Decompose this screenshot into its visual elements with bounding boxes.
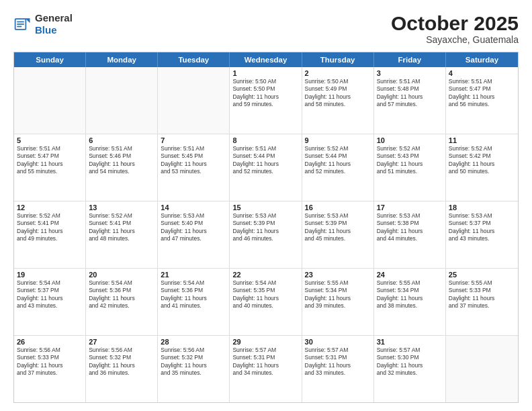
- day-number: 24: [377, 271, 443, 279]
- svg-rect-4: [17, 24, 24, 25]
- calendar-cell: [158, 67, 230, 134]
- weekday-header: Friday: [374, 52, 446, 67]
- cell-info: Sunrise: 5:51 AM Sunset: 5:44 PM Dayligh…: [232, 145, 298, 176]
- calendar-cell: 7Sunrise: 5:51 AM Sunset: 5:45 PM Daylig…: [158, 134, 230, 201]
- calendar-cell: 4Sunrise: 5:51 AM Sunset: 5:47 PM Daylig…: [446, 67, 518, 134]
- cell-info: Sunrise: 5:52 AM Sunset: 5:44 PM Dayligh…: [305, 145, 371, 176]
- calendar-row: 1Sunrise: 5:50 AM Sunset: 5:50 PM Daylig…: [14, 67, 518, 134]
- cell-info: Sunrise: 5:50 AM Sunset: 5:49 PM Dayligh…: [305, 78, 371, 109]
- calendar-cell: 12Sunrise: 5:52 AM Sunset: 5:41 PM Dayli…: [14, 201, 86, 268]
- calendar-cell: 15Sunrise: 5:53 AM Sunset: 5:39 PM Dayli…: [230, 201, 302, 268]
- cell-info: Sunrise: 5:57 AM Sunset: 5:31 PM Dayligh…: [232, 347, 298, 377]
- weekday-header: Thursday: [302, 52, 374, 67]
- calendar-cell: 29Sunrise: 5:57 AM Sunset: 5:31 PM Dayli…: [230, 336, 302, 402]
- cell-info: Sunrise: 5:55 AM Sunset: 5:34 PM Dayligh…: [377, 279, 443, 310]
- day-number: 9: [305, 136, 371, 144]
- day-number: 4: [449, 69, 515, 77]
- cell-info: Sunrise: 5:53 AM Sunset: 5:37 PM Dayligh…: [449, 212, 515, 243]
- cell-info: Sunrise: 5:54 AM Sunset: 5:36 PM Dayligh…: [89, 279, 154, 310]
- cell-info: Sunrise: 5:54 AM Sunset: 5:36 PM Dayligh…: [161, 279, 226, 310]
- calendar-cell: 21Sunrise: 5:54 AM Sunset: 5:36 PM Dayli…: [158, 269, 230, 335]
- cell-info: Sunrise: 5:53 AM Sunset: 5:38 PM Dayligh…: [377, 212, 443, 243]
- day-number: 8: [232, 136, 298, 144]
- svg-rect-5: [17, 26, 21, 28]
- logo-text: General Blue: [35, 12, 73, 36]
- calendar-cell: 2Sunrise: 5:50 AM Sunset: 5:49 PM Daylig…: [302, 67, 374, 134]
- calendar-cell: 17Sunrise: 5:53 AM Sunset: 5:38 PM Dayli…: [374, 201, 446, 268]
- weekday-header: Sunday: [14, 52, 86, 67]
- cell-info: Sunrise: 5:54 AM Sunset: 5:35 PM Dayligh…: [232, 279, 298, 310]
- day-number: 13: [89, 203, 154, 212]
- day-number: 23: [305, 271, 371, 279]
- cell-info: Sunrise: 5:52 AM Sunset: 5:42 PM Dayligh…: [449, 145, 515, 176]
- title-block: October 2025 Sayaxche, Guatemala: [391, 12, 519, 45]
- calendar-cell: 20Sunrise: 5:54 AM Sunset: 5:36 PM Dayli…: [86, 269, 158, 335]
- header: General Blue October 2025 Sayaxche, Guat…: [13, 12, 519, 45]
- day-number: 3: [377, 69, 443, 77]
- day-number: 18: [449, 203, 515, 212]
- day-number: 7: [161, 136, 226, 144]
- day-number: 16: [305, 203, 371, 212]
- cell-info: Sunrise: 5:53 AM Sunset: 5:39 PM Dayligh…: [305, 212, 371, 243]
- calendar-cell: 5Sunrise: 5:51 AM Sunset: 5:47 PM Daylig…: [14, 134, 86, 201]
- day-number: 12: [17, 203, 83, 212]
- cell-info: Sunrise: 5:51 AM Sunset: 5:46 PM Dayligh…: [89, 145, 154, 176]
- cell-info: Sunrise: 5:52 AM Sunset: 5:41 PM Dayligh…: [17, 212, 83, 243]
- calendar-cell: 25Sunrise: 5:55 AM Sunset: 5:33 PM Dayli…: [446, 269, 518, 335]
- cell-info: Sunrise: 5:55 AM Sunset: 5:34 PM Dayligh…: [305, 279, 371, 310]
- location: Sayaxche, Guatemala: [391, 34, 519, 45]
- day-number: 20: [89, 271, 154, 279]
- calendar-cell: 11Sunrise: 5:52 AM Sunset: 5:42 PM Dayli…: [446, 134, 518, 201]
- calendar-cell: [446, 336, 518, 402]
- calendar-cell: 28Sunrise: 5:56 AM Sunset: 5:32 PM Dayli…: [158, 336, 230, 402]
- cell-info: Sunrise: 5:56 AM Sunset: 5:32 PM Dayligh…: [161, 347, 226, 377]
- cell-info: Sunrise: 5:51 AM Sunset: 5:48 PM Dayligh…: [377, 78, 443, 109]
- logo: General Blue: [13, 12, 73, 36]
- calendar-page: General Blue October 2025 Sayaxche, Guat…: [0, 0, 532, 411]
- month-title: October 2025: [391, 12, 519, 34]
- day-number: 31: [377, 338, 443, 346]
- calendar-cell: 16Sunrise: 5:53 AM Sunset: 5:39 PM Dayli…: [302, 201, 374, 268]
- calendar-cell: 22Sunrise: 5:54 AM Sunset: 5:35 PM Dayli…: [230, 269, 302, 335]
- cell-info: Sunrise: 5:51 AM Sunset: 5:45 PM Dayligh…: [161, 145, 226, 176]
- calendar-cell: 19Sunrise: 5:54 AM Sunset: 5:37 PM Dayli…: [14, 269, 86, 335]
- day-number: 28: [161, 338, 226, 346]
- day-number: 15: [232, 203, 298, 212]
- calendar-cell: 3Sunrise: 5:51 AM Sunset: 5:48 PM Daylig…: [374, 67, 446, 134]
- day-number: 29: [232, 338, 298, 346]
- day-number: 2: [305, 69, 371, 77]
- calendar-cell: 31Sunrise: 5:57 AM Sunset: 5:30 PM Dayli…: [374, 336, 446, 402]
- cell-info: Sunrise: 5:52 AM Sunset: 5:43 PM Dayligh…: [377, 145, 443, 176]
- logo-general: General: [35, 12, 73, 24]
- calendar-cell: 8Sunrise: 5:51 AM Sunset: 5:44 PM Daylig…: [230, 134, 302, 201]
- calendar-cell: 14Sunrise: 5:53 AM Sunset: 5:40 PM Dayli…: [158, 201, 230, 268]
- day-number: 27: [89, 338, 154, 346]
- cell-info: Sunrise: 5:51 AM Sunset: 5:47 PM Dayligh…: [449, 78, 515, 109]
- weekday-header: Monday: [86, 52, 158, 67]
- calendar-header: SundayMondayTuesdayWednesdayThursdayFrid…: [14, 52, 518, 67]
- calendar: SundayMondayTuesdayWednesdayThursdayFrid…: [13, 52, 519, 403]
- cell-info: Sunrise: 5:55 AM Sunset: 5:33 PM Dayligh…: [449, 279, 515, 310]
- calendar-body: 1Sunrise: 5:50 AM Sunset: 5:50 PM Daylig…: [14, 67, 518, 402]
- day-number: 22: [232, 271, 298, 279]
- cell-info: Sunrise: 5:52 AM Sunset: 5:41 PM Dayligh…: [89, 212, 154, 243]
- cell-info: Sunrise: 5:53 AM Sunset: 5:39 PM Dayligh…: [232, 212, 298, 243]
- day-number: 6: [89, 136, 154, 144]
- cell-info: Sunrise: 5:57 AM Sunset: 5:31 PM Dayligh…: [305, 347, 371, 377]
- calendar-cell: [86, 67, 158, 134]
- day-number: 19: [17, 271, 83, 279]
- cell-info: Sunrise: 5:57 AM Sunset: 5:30 PM Dayligh…: [377, 347, 443, 377]
- day-number: 30: [305, 338, 371, 346]
- calendar-cell: 24Sunrise: 5:55 AM Sunset: 5:34 PM Dayli…: [374, 269, 446, 335]
- day-number: 21: [161, 271, 226, 279]
- svg-rect-3: [17, 21, 24, 23]
- cell-info: Sunrise: 5:54 AM Sunset: 5:37 PM Dayligh…: [17, 279, 83, 310]
- calendar-cell: 9Sunrise: 5:52 AM Sunset: 5:44 PM Daylig…: [302, 134, 374, 201]
- calendar-row: 12Sunrise: 5:52 AM Sunset: 5:41 PM Dayli…: [14, 201, 518, 268]
- cell-info: Sunrise: 5:51 AM Sunset: 5:47 PM Dayligh…: [17, 145, 83, 176]
- calendar-cell: 6Sunrise: 5:51 AM Sunset: 5:46 PM Daylig…: [86, 134, 158, 201]
- calendar-cell: 18Sunrise: 5:53 AM Sunset: 5:37 PM Dayli…: [446, 201, 518, 268]
- cell-info: Sunrise: 5:53 AM Sunset: 5:40 PM Dayligh…: [161, 212, 226, 243]
- cell-info: Sunrise: 5:50 AM Sunset: 5:50 PM Dayligh…: [232, 78, 298, 109]
- calendar-cell: 1Sunrise: 5:50 AM Sunset: 5:50 PM Daylig…: [230, 67, 302, 134]
